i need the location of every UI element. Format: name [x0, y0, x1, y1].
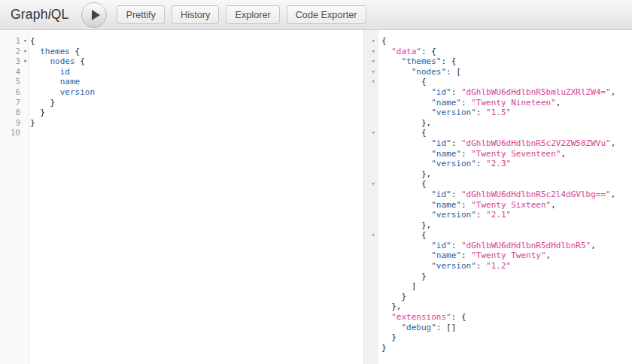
fold-toggle-icon[interactable]: ▾ [364, 230, 378, 241]
token: nodes [50, 56, 75, 66]
query-line[interactable]: 5 name [0, 77, 363, 87]
token: , [561, 149, 566, 159]
token: "2.3" [486, 159, 511, 168]
token: id [60, 67, 70, 77]
fold-toggle-icon[interactable]: ▾ [20, 47, 30, 57]
token [381, 47, 391, 56]
fold-spacer [364, 159, 378, 169]
fold-spacer [20, 67, 30, 77]
token: : [451, 190, 461, 199]
query-line-text[interactable]: { [30, 36, 35, 47]
token: "version" [431, 159, 476, 168]
token: "name" [431, 98, 461, 108]
response-line-text: "name": "Twenty Sixteen", [378, 200, 556, 211]
response-line-text: "id": "dGhlbWU6dHdlbnR5c2l4dGVlbg==", [378, 190, 615, 200]
response-line-text: }, [378, 302, 402, 312]
history-button[interactable]: History [172, 5, 219, 24]
query-line[interactable]: 9} [0, 118, 363, 129]
fold-toggle-icon[interactable]: ▾ [20, 36, 30, 47]
token: "dGhlbWU6dHdlbnR5c2V2ZW50ZWVu" [461, 138, 611, 148]
line-number: 9 [0, 118, 20, 129]
query-line-text[interactable]: } [30, 98, 55, 108]
token [381, 250, 431, 260]
token: } [381, 343, 387, 353]
execute-button[interactable] [81, 2, 107, 28]
token: , [611, 87, 616, 97]
response-line: "id": "dGhlbWU6dHdlbnR5dHdlbnR5", [364, 241, 632, 251]
fold-toggle-icon[interactable]: ▾ [20, 56, 30, 67]
query-line-text[interactable]: } [30, 118, 35, 129]
token [381, 67, 412, 77]
token [381, 312, 391, 322]
fold-toggle-icon[interactable]: ▾ [364, 36, 378, 47]
response-line-text: "id": "dGhlbWU6dHdlbnR5bmluZXRlZW4=", [378, 87, 615, 98]
token: } [381, 292, 406, 302]
fold-spacer [364, 302, 378, 312]
token: "version" [431, 108, 476, 117]
fold-toggle-icon[interactable]: ▾ [364, 179, 378, 190]
token: "Twenty Twenty" [471, 250, 545, 260]
fold-spacer [20, 98, 30, 108]
query-line[interactable]: 6 version [0, 87, 363, 98]
fold-spacer [364, 332, 378, 343]
fold-spacer [364, 343, 378, 353]
token: : { [451, 312, 466, 322]
line-number: 7 [0, 98, 20, 108]
fold-toggle-icon[interactable]: ▾ [364, 77, 378, 87]
query-code[interactable]: 1▾{2▾ themes {3▾ nodes {4 id5 name6 vers… [0, 30, 363, 138]
token [381, 261, 431, 271]
token: "1.5" [486, 108, 511, 117]
token [30, 87, 60, 97]
response-line: }, [364, 169, 632, 180]
query-line-text[interactable]: id [30, 67, 70, 77]
token: "version" [431, 261, 476, 271]
token: { [381, 77, 427, 86]
fold-spacer [364, 118, 378, 129]
code-exporter-button[interactable]: Code Exporter [287, 5, 366, 24]
token [30, 67, 60, 77]
query-line-text[interactable]: name [30, 77, 80, 87]
query-line-text[interactable]: themes { [30, 47, 80, 57]
response-line: "version": "2.3" [364, 159, 632, 169]
query-line-text[interactable]: nodes { [30, 56, 85, 67]
token [30, 47, 40, 56]
response-line: } [364, 292, 632, 302]
response-line-text: { [378, 230, 427, 241]
query-line[interactable]: 7 } [0, 98, 363, 108]
query-line[interactable]: 10 [0, 128, 363, 138]
fold-spacer [364, 210, 378, 220]
prettify-button[interactable]: Prettify [117, 5, 164, 24]
query-line[interactable]: 1▾{ [0, 36, 363, 47]
token: : [461, 200, 471, 210]
token [381, 200, 431, 210]
response-line: ▾ "nodes": [ [364, 67, 632, 77]
token [381, 138, 431, 148]
response-line-text: } [378, 271, 427, 282]
token [381, 108, 431, 117]
token: : [451, 138, 461, 148]
token: "id" [431, 241, 451, 250]
query-line[interactable]: 2▾ themes { [0, 47, 363, 57]
response-line: "debug": [] [364, 323, 632, 333]
query-line[interactable]: 3▾ nodes { [0, 56, 363, 67]
query-line[interactable]: 8 } [0, 108, 363, 118]
token: "dGhlbWU6dHdlbnR5bmluZXRlZW4=" [461, 87, 611, 97]
fold-spacer [364, 271, 378, 282]
response-line: } [364, 271, 632, 282]
query-line-text[interactable]: version [30, 87, 95, 98]
query-line-text[interactable]: } [30, 108, 45, 118]
fold-toggle-icon[interactable]: ▾ [364, 56, 378, 67]
fold-toggle-icon[interactable]: ▾ [364, 128, 378, 138]
fold-spacer [364, 98, 378, 108]
line-number: 1 [0, 36, 20, 47]
token: "1.2" [486, 261, 511, 271]
response-line-text: "data": { [378, 47, 436, 57]
explorer-button[interactable]: Explorer [226, 5, 279, 24]
response-line: "name": "Twenty Sixteen", [364, 200, 632, 211]
query-line[interactable]: 4 id [0, 67, 363, 77]
token: { [75, 56, 85, 66]
logo-text-end: QL [51, 7, 69, 22]
fold-toggle-icon[interactable]: ▾ [364, 47, 378, 57]
fold-toggle-icon[interactable]: ▾ [364, 67, 378, 77]
query-editor[interactable]: 1▾{2▾ themes {3▾ nodes {4 id5 name6 vers… [0, 30, 364, 364]
